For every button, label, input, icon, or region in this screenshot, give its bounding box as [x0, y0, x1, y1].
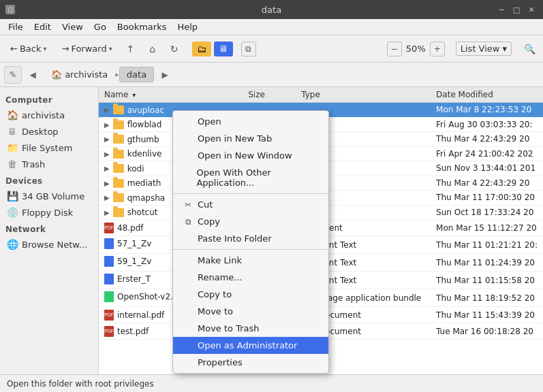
sidebar-item-trash-label: Trash: [22, 159, 45, 169]
sidebar-item-desktop[interactable]: 🖥 Desktop: [1, 123, 97, 140]
folder-icon: [113, 120, 124, 129]
cell-date: Thu Mar 11 17:00:30 20: [431, 191, 543, 206]
expand-arrow-icon[interactable]: ▶: [104, 194, 110, 201]
expand-arrow-icon[interactable]: ▶: [104, 165, 110, 172]
sidebar-item-desktop-label: Desktop: [22, 127, 59, 137]
ctx-item-open-tab[interactable]: Open in New Tab: [173, 130, 328, 147]
txt-icon: [104, 256, 114, 267]
txt-icon: [104, 238, 114, 249]
zoom-out-button[interactable]: −: [387, 42, 402, 56]
cell-date: Thu Mar 11 01:15:58 20: [431, 272, 543, 289]
menu-view[interactable]: View: [57, 20, 89, 33]
ctx-item-properties[interactable]: Properties: [173, 354, 328, 371]
hdd-icon: 💾: [7, 191, 18, 201]
home-button[interactable]: ⌂: [143, 39, 162, 59]
zoom-in-button[interactable]: +: [430, 42, 445, 56]
folder-view-icon: 🗂: [197, 44, 206, 54]
expand-arrow-icon[interactable]: ▶: [104, 106, 110, 114]
trash-icon: 🗑: [7, 159, 18, 169]
file-name-label: qmapsha: [127, 193, 166, 203]
cell-date: Thu Mar 11 18:19:52 20: [431, 289, 543, 307]
menu-file[interactable]: File: [3, 20, 29, 33]
ctx-item-copyto[interactable]: Copy to: [173, 286, 328, 303]
expand-arrow-icon[interactable]: ▶: [104, 180, 110, 187]
menu-go[interactable]: Go: [89, 20, 112, 33]
prev-path-button[interactable]: ◀: [25, 67, 41, 83]
col-header-type[interactable]: Type: [296, 87, 431, 103]
cell-date: Tue Mar 16 00:18:28 20: [431, 323, 543, 340]
ctx-item-open-other[interactable]: Open With Other Application...: [173, 164, 328, 191]
pdf-icon: PDF: [104, 310, 114, 321]
sidebar-item-archivista[interactable]: 🏠 archivista: [1, 107, 97, 123]
ctx-item-rename[interactable]: Rename...: [173, 269, 328, 286]
folder-icon: [113, 164, 124, 173]
file-row-icon: PDF test.pdf: [104, 326, 149, 337]
refresh-button[interactable]: ↻: [165, 39, 184, 59]
cell-date: Thu Mar 4 22:43:29 20: [431, 176, 543, 191]
sidebar-item-floppy[interactable]: 💿 Floppy Disk: [1, 204, 97, 220]
folder-icon: [113, 150, 124, 159]
file-row-icon: ▶ flowblad: [104, 120, 161, 129]
edit-path-button[interactable]: ✎: [4, 66, 22, 84]
back-arrow-icon: ←: [10, 44, 18, 54]
back-button[interactable]: ← Back ▾: [4, 40, 53, 57]
ctx-item-open[interactable]: Open: [173, 113, 328, 130]
expand-arrow-icon[interactable]: ▶: [104, 150, 110, 158]
floppy-icon: 💿: [7, 207, 18, 218]
file-name-label: shotcut: [127, 208, 158, 217]
ctx-separator: [173, 249, 328, 250]
ctx-item-moveto[interactable]: Move to: [173, 303, 328, 320]
sidebar-item-34gb[interactable]: 💾 34 GB Volume: [1, 188, 97, 204]
ctx-item-open-window[interactable]: Open in New Window: [173, 147, 328, 164]
forward-button[interactable]: → Forward ▾: [56, 40, 119, 57]
toolbar: ← Back ▾ → Forward ▾ ↑ ⌂ ↻ 🗂 🖥 ⧉ − 50% +…: [0, 35, 543, 63]
col-header-name[interactable]: Name ▾: [99, 87, 243, 103]
minimize-button[interactable]: ─: [495, 3, 508, 16]
expand-arrow-icon[interactable]: ▶: [104, 135, 110, 143]
copy-icon-button[interactable]: ⧉: [241, 42, 256, 56]
file-row-icon: PDF internal.pdf: [104, 310, 164, 321]
menu-edit[interactable]: Edit: [29, 20, 57, 33]
menu-bookmarks[interactable]: Bookmarks: [112, 20, 172, 33]
folder-view-button[interactable]: 🗂: [192, 42, 211, 56]
ctx-item-paste[interactable]: Paste Into Folder: [173, 230, 328, 247]
sidebar-item-trash[interactable]: 🗑 Trash: [1, 156, 97, 172]
crumb-data[interactable]: data: [119, 67, 154, 82]
file-name-label: 48.pdf: [117, 223, 144, 233]
col-header-date[interactable]: Date Modified: [431, 87, 543, 103]
col-header-size[interactable]: Size: [243, 87, 296, 103]
file-name-label: internal.pdf: [117, 310, 164, 320]
section-label-computer: Computer: [0, 91, 98, 107]
file-name-label: Erster_T: [117, 274, 151, 284]
sidebar-item-browse-network[interactable]: 🌐 Browse Netw...: [1, 236, 97, 252]
file-row-icon: ▶ gthumb: [104, 135, 159, 144]
sidebar-item-floppy-label: Floppy Disk: [22, 208, 73, 218]
ctx-item-copy[interactable]: ⧉Copy: [173, 213, 328, 230]
pdf-icon: PDF: [104, 326, 114, 337]
crumb-archivista[interactable]: 🏠 archivista: [44, 67, 115, 82]
cell-date: Fri Apr 24 21:00:42 202: [431, 146, 543, 161]
ctx-item-makelink[interactable]: Make Link: [173, 252, 328, 269]
view-mode-dropdown[interactable]: List View ▾: [456, 42, 512, 56]
ctx-item-trash[interactable]: Move to Trash: [173, 320, 328, 337]
file-name-label: gthumb: [127, 135, 159, 144]
up-button[interactable]: ↑: [121, 39, 140, 59]
expand-arrow-icon[interactable]: ▶: [104, 209, 110, 216]
close-button[interactable]: ✕: [525, 3, 538, 16]
sidebar-item-filesystem[interactable]: 📁 File System: [1, 140, 97, 156]
sidebar-item-filesystem-label: File System: [22, 143, 72, 153]
ctx-separator: [173, 193, 328, 194]
menu-help[interactable]: Help: [172, 20, 203, 33]
section-label-network: Network: [0, 220, 98, 236]
file-row-icon: 59_1_Zv: [104, 256, 151, 267]
ctx-item-open-admin[interactable]: Open as Administrator: [173, 337, 328, 354]
expand-arrow-icon[interactable]: ▶: [104, 121, 110, 129]
search-button[interactable]: 🔍: [520, 39, 539, 59]
file-name-label: test.pdf: [117, 327, 149, 336]
ctx-item-cut[interactable]: ✂Cut: [173, 196, 328, 213]
file-row-icon: ▶ mediath: [104, 178, 161, 188]
next-path-button[interactable]: ▶: [157, 67, 173, 83]
maximize-button[interactable]: □: [510, 3, 523, 16]
screen-view-button[interactable]: 🖥: [214, 42, 233, 56]
menubar: File Edit View Go Bookmarks Help: [0, 19, 543, 35]
